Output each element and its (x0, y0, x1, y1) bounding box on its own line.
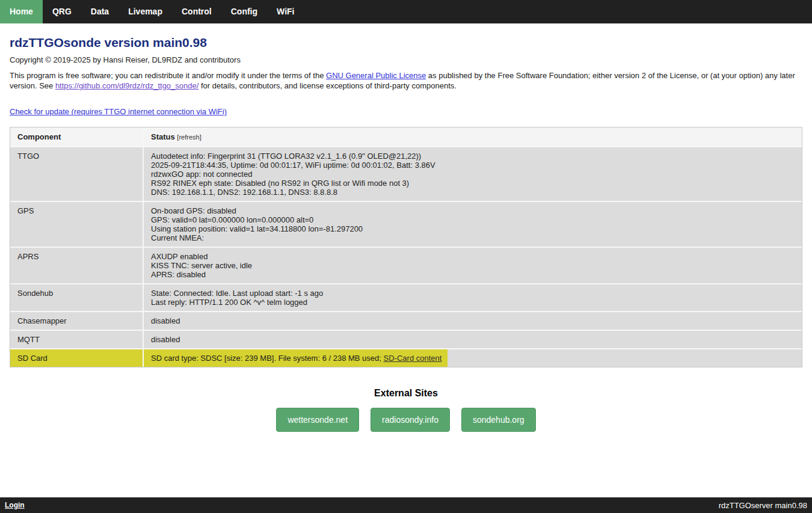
component-label-mqtt: MQTT (10, 331, 144, 349)
license-paragraph: This program is free software; you can r… (10, 70, 802, 91)
table-row-sdcard: SD Card SD card type: SDSC [size: 239 MB… (10, 349, 802, 367)
status-line: Current NMEA: (151, 233, 795, 242)
column-header-component: Component (10, 127, 144, 147)
status-cell-aprs: AXUDP enabled KISS TNC: server active, i… (144, 248, 802, 284)
status-cell-mqtt: disabled (144, 331, 802, 349)
status-line: On-board GPS: disabled (151, 206, 795, 215)
nav-tab-wifi[interactable]: WiFi (267, 0, 304, 23)
nav-tab-qrg[interactable]: QRG (43, 0, 81, 23)
license-text-pre: This program is free software; you can r… (10, 71, 326, 80)
server-version-label: rdzTTGOserver main0.98 (719, 501, 807, 510)
component-label-sdcard: SD Card (10, 349, 144, 367)
status-cell-chasemapper: disabled (144, 312, 802, 331)
table-row-gps: GPS On-board GPS: disabled GPS: valid=0 … (10, 202, 802, 248)
site-buttons-row: wettersonde.net radiosondy.info sondehub… (10, 408, 802, 432)
table-row-mqtt: MQTT disabled (10, 331, 802, 349)
sondehub-button[interactable]: sondehub.org (461, 408, 536, 432)
status-cell-sdcard: SD card type: SDSC [size: 239 MB]. File … (144, 349, 802, 367)
nav-tab-livemap[interactable]: Livemap (118, 0, 172, 23)
status-line: State: Connected: Idle. Last upload star… (151, 289, 795, 298)
github-repo-link[interactable]: https://github.com/dl9rdz/rdz_ttgo_sonde… (55, 81, 198, 90)
status-line: GPS: valid=0 lat=0.000000 lon=0.000000 a… (151, 215, 795, 224)
status-line: rdzwxGO app: not connected (151, 170, 795, 179)
sdcard-content-link[interactable]: SD-Card content (384, 354, 442, 363)
nav-tab-home[interactable]: Home (0, 0, 43, 23)
radiosondy-button[interactable]: radiosondy.info (371, 408, 450, 432)
status-line: DNS: 192.168.1.1, DNS2: 192.168.1.1, DNS… (151, 188, 795, 197)
license-text-post: for details, contributors, and license e… (198, 81, 457, 90)
top-navbar: Home QRG Data Livemap Control Config WiF… (0, 0, 812, 23)
status-cell-sondehub: State: Connected: Idle. Last upload star… (144, 284, 802, 312)
table-row-ttgo: TTGO Autodetect info: Fingerprint 31 (TT… (10, 147, 802, 202)
table-header-row: Component Status [refresh] (10, 127, 802, 147)
nav-tab-control[interactable]: Control (172, 0, 221, 23)
status-line: disabled (151, 335, 795, 344)
status-line: Using station position: valid=1 lat=34.1… (151, 224, 795, 233)
table-row-sondehub: Sondehub State: Connected: Idle. Last up… (10, 284, 802, 312)
component-label-aprs: APRS (10, 248, 144, 284)
login-link[interactable]: Login (5, 501, 25, 509)
status-cell-ttgo: Autodetect info: Fingerprint 31 (TTGO LO… (144, 147, 802, 202)
status-line: 2025-09-21T18:44:35, Uptime: 0d 00:01:17… (151, 161, 795, 170)
status-line: AXUDP enabled (151, 252, 795, 261)
sdcard-status-text: SD card type: SDSC [size: 239 MB]. File … (151, 354, 384, 363)
table-row-chasemapper: Chasemapper disabled (10, 312, 802, 331)
component-label-sondehub: Sondehub (10, 284, 144, 312)
column-header-status: Status [refresh] (144, 127, 802, 147)
status-line: Autodetect info: Fingerprint 31 (TTGO LO… (151, 152, 795, 161)
table-row-aprs: APRS AXUDP enabled KISS TNC: server acti… (10, 248, 802, 284)
component-label-ttgo: TTGO (10, 147, 144, 202)
check-update-link[interactable]: Check for update (requires TTGO internet… (10, 107, 227, 116)
nav-tab-data[interactable]: Data (81, 0, 118, 23)
update-row: Check for update (requires TTGO internet… (10, 107, 802, 116)
gpl-license-link[interactable]: GNU General Public License (326, 71, 426, 80)
external-sites-section: External Sites wettersonde.net radiosond… (10, 388, 802, 432)
status-line: APRS: disabled (151, 270, 795, 279)
main-content: rdzTTGOsonde version main0.98 Copyright … (0, 23, 812, 432)
component-label-chasemapper: Chasemapper (10, 312, 144, 331)
external-sites-title: External Sites (10, 388, 802, 399)
status-table: Component Status [refresh] TTGO Autodete… (10, 127, 802, 367)
status-line: KISS TNC: server active, idle (151, 261, 795, 270)
copyright-line: Copyright © 2019-2025 by Hansi Reiser, D… (10, 55, 802, 64)
status-header-label: Status (151, 132, 175, 141)
refresh-link[interactable]: [refresh] (177, 134, 201, 141)
status-line: disabled (151, 316, 795, 325)
wettersonde-button[interactable]: wettersonde.net (276, 408, 359, 432)
page-title: rdzTTGOsonde version main0.98 (10, 35, 802, 50)
status-line: Last reply: HTTP/1.1 200 OK ^v^ telm log… (151, 298, 795, 307)
footer-bar: Login rdzTTGOserver main0.98 (0, 497, 812, 513)
nav-tab-config[interactable]: Config (221, 0, 267, 23)
status-cell-gps: On-board GPS: disabled GPS: valid=0 lat=… (144, 202, 802, 248)
component-label-gps: GPS (10, 202, 144, 248)
status-line: SD card type: SDSC [size: 239 MB]. File … (151, 354, 795, 363)
status-line: RS92 RINEX eph state: Disabled (no RS92 … (151, 179, 795, 188)
